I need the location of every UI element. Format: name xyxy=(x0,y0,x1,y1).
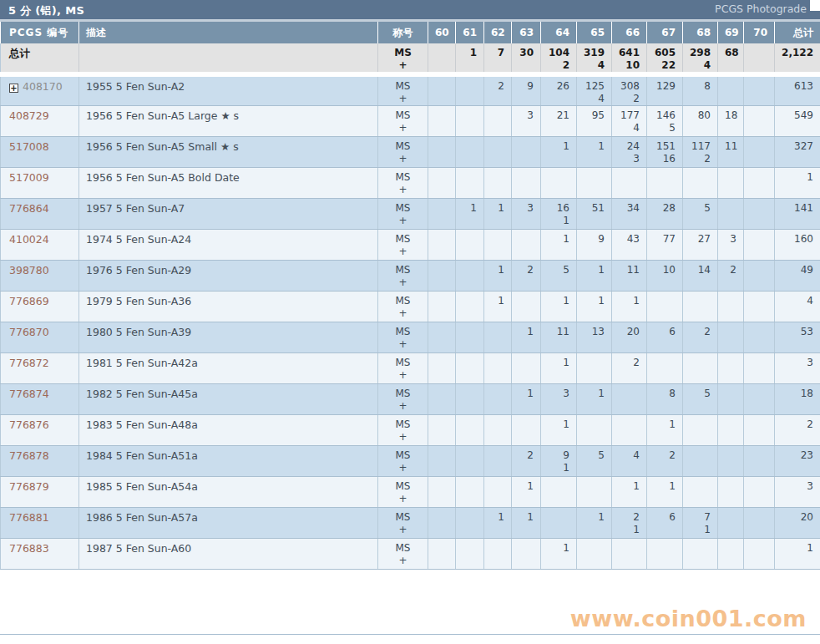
pcgs-number-link[interactable]: 517009 xyxy=(9,171,49,184)
pcgs-number-link[interactable]: 398780 xyxy=(9,264,49,276)
table-row: 4087291956 5 Fen Sun-A5 Large ★ sMS+3219… xyxy=(1,106,820,137)
grade-cell-69: 11 xyxy=(718,137,744,168)
grade-count: 51 xyxy=(584,202,605,215)
grade-cell-65: 95 xyxy=(577,106,612,137)
grade-cell-60 xyxy=(428,384,456,415)
pcgs-population-page: 5 分 (铝), MS PCGS Photograde PCGS 编号描述称号6… xyxy=(0,0,820,635)
grade-count: 1 xyxy=(654,480,676,493)
designation-line1: MS xyxy=(385,264,421,276)
coin-description: 1956 5 Fen Sun-A5 Small ★ s xyxy=(79,137,378,168)
grade-count: 8 xyxy=(690,80,711,93)
grade-cell-65 xyxy=(577,168,612,199)
grade-cell-61 xyxy=(456,508,484,539)
grade-cell-60 xyxy=(428,353,456,384)
coin-description: 1957 5 Fen Sun-A7 xyxy=(79,199,378,230)
grade-count: 125 xyxy=(584,80,605,93)
grade-cell-63: 9 xyxy=(512,74,541,106)
grade-count: 2 xyxy=(654,449,676,462)
pcgs-number-cell: 776874 xyxy=(1,384,79,415)
grade-plus-count: 4 xyxy=(619,122,640,134)
grade-cell-70 xyxy=(744,446,775,477)
grade-count: 16 xyxy=(548,202,569,215)
grade-cell-67: 2 xyxy=(647,446,683,477)
grade-cell-62 xyxy=(484,446,512,477)
grade-cell-64: 1 xyxy=(541,353,577,384)
pcgs-number-link[interactable]: 776864 xyxy=(9,202,49,215)
title-bar: 5 分 (铝), MS PCGS Photograde xyxy=(0,0,820,22)
pcgs-number-link[interactable]: 408729 xyxy=(9,109,49,122)
grade-cell-66: 3082 xyxy=(612,74,647,106)
grade-cell-61 xyxy=(456,168,484,199)
pcgs-number-link[interactable]: 517008 xyxy=(9,140,49,153)
grade-cell-64: 91 xyxy=(541,446,577,477)
designation-line2: + xyxy=(385,215,421,227)
expand-icon[interactable]: + xyxy=(9,84,18,93)
pcgs-number-link[interactable]: 776883 xyxy=(9,542,49,555)
designation-line2: + xyxy=(385,400,421,413)
grade-cell-62 xyxy=(484,477,512,508)
designation-line2: + xyxy=(385,524,421,536)
table-row: 7768721981 5 Fen Sun-A42aMS+123 xyxy=(1,353,820,384)
grade-plus-count: 3 xyxy=(619,153,640,165)
pcgs-number-link[interactable]: 776869 xyxy=(9,295,49,307)
grade-cell-67 xyxy=(647,292,683,322)
grade-count: 9 xyxy=(519,80,534,93)
grade-count: 1 xyxy=(491,264,504,276)
totals-grade-cell-67: 60522 xyxy=(647,43,683,74)
pcgs-number-link[interactable]: 776881 xyxy=(9,511,49,524)
designation-cell: MS+ xyxy=(378,106,428,137)
grade-count: 1 xyxy=(584,511,605,524)
pcgs-number-link[interactable]: 776874 xyxy=(9,388,49,400)
grade-count: 27 xyxy=(690,233,711,246)
designation-line1: MS xyxy=(385,47,421,59)
pcgs-number-cell: 776870 xyxy=(1,322,79,353)
designation-line2: + xyxy=(385,246,421,258)
designation-line2: + xyxy=(385,555,421,567)
grade-cell-62: 1 xyxy=(484,261,512,292)
designation-line1: MS xyxy=(385,388,421,400)
grade-cell-68 xyxy=(683,415,718,446)
grade-count: 77 xyxy=(654,233,676,246)
designation-line2: + xyxy=(385,431,421,444)
pcgs-number-link[interactable]: 776879 xyxy=(9,480,49,493)
table-row: 7768831987 5 Fen Sun-A60MS+11 xyxy=(1,539,820,570)
pcgs-number-cell: 776876 xyxy=(1,415,79,446)
table-header-row: PCGS 编号描述称号6061626364656667686970总计 xyxy=(1,22,820,43)
photograde-link[interactable]: PCGS Photograde xyxy=(715,3,807,15)
grade-cell-60 xyxy=(428,539,456,570)
grade-cell-67: 77 xyxy=(647,230,683,261)
grade-cell-67: 6 xyxy=(647,322,683,353)
grade-cell-67 xyxy=(647,353,683,384)
grade-cell-68: 5 xyxy=(683,199,718,230)
pcgs-number-link[interactable]: 410024 xyxy=(9,233,49,246)
grade-count: 34 xyxy=(619,202,640,215)
table-row: 7768761983 5 Fen Sun-A48aMS+112 xyxy=(1,415,820,446)
grade-cell-65: 1 xyxy=(577,508,612,539)
grade-cell-67: 15116 xyxy=(647,137,683,168)
grade-cell-64: 1 xyxy=(541,137,577,168)
grade-cell-68 xyxy=(683,539,718,570)
grade-cell-68 xyxy=(683,446,718,477)
pcgs-number-link[interactable]: 776870 xyxy=(9,326,49,338)
designation-line1: MS xyxy=(385,511,421,524)
pcgs-number-link[interactable]: 776872 xyxy=(9,357,49,369)
grade-cell-63 xyxy=(512,415,541,446)
designation-line2: + xyxy=(385,59,421,72)
totals-grade-cell-68: 2984 xyxy=(683,43,718,74)
grade-count: 1 xyxy=(491,511,504,524)
grade-cell-69 xyxy=(718,353,744,384)
designation-line2: + xyxy=(385,122,421,134)
column-header-description: 描述 xyxy=(79,22,378,43)
grade-count: 1 xyxy=(584,264,605,276)
pcgs-number-link[interactable]: 776878 xyxy=(9,449,49,462)
grade-cell-68 xyxy=(683,292,718,322)
designation-cell: MS+ xyxy=(378,230,428,261)
grade-count: 11 xyxy=(725,140,736,153)
pcgs-number-link[interactable]: 776876 xyxy=(9,418,49,431)
coin-description: 1982 5 Fen Sun-A45a xyxy=(79,384,378,415)
pcgs-number-link[interactable]: 408170 xyxy=(23,80,63,93)
grade-cell-60 xyxy=(428,74,456,106)
grade-cell-61 xyxy=(456,446,484,477)
grade-cell-62: 1 xyxy=(484,508,512,539)
pcgs-number-cell: 776869 xyxy=(1,292,79,322)
